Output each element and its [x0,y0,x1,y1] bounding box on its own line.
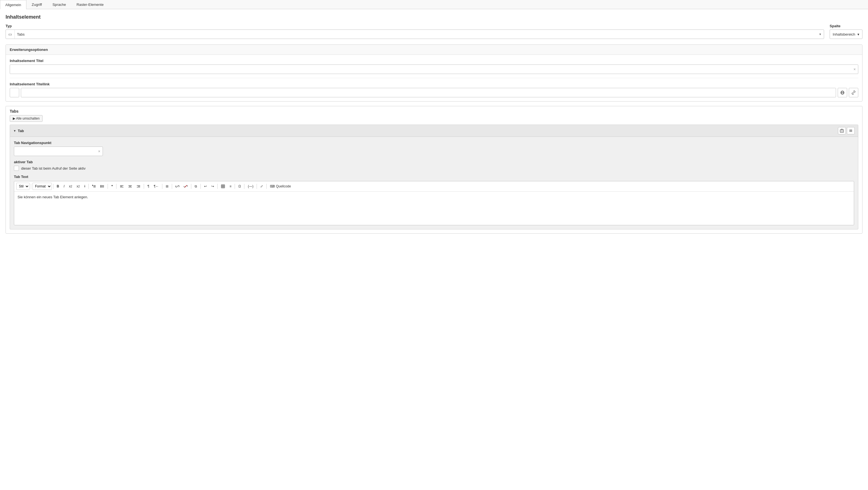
align-left-button[interactable] [118,183,126,190]
inhaltselement-titel-clear[interactable]: × [851,67,858,71]
special-chars-button[interactable]: ⊞ [164,183,170,190]
table-options-button[interactable]: ≡ [227,183,233,190]
strikethrough-button[interactable]: I [82,183,87,190]
separator-15 [266,184,267,189]
tab-text-section: Tab Text Stil Format [14,175,854,225]
titellink-globe-icon[interactable] [838,88,847,97]
italic-button[interactable]: I [62,183,66,190]
inhaltselement-titellink-label: Inhaltselement Titellink [10,82,858,86]
separator-4 [107,184,108,189]
chevron-down-icon: ▾ [816,32,824,36]
aktiver-tab-desc: dieser Tab ist beim Aufruf der Seite akt… [21,166,86,171]
align-right-button[interactable] [134,183,142,190]
inhaltselement-titel-input[interactable]: Tab Element [10,67,851,71]
erweiterungsoptionen-section: Erweiterungsoptionen Inhaltselement Tite… [6,44,862,101]
indent-button[interactable]: ¶← [152,183,161,190]
aktiver-tab-checkbox[interactable] [14,166,19,171]
separator-12 [235,184,235,189]
link-button[interactable] [174,183,181,190]
tab-sprache[interactable]: Sprache [47,0,71,9]
copy-button[interactable]: ⧉ [193,183,199,190]
omega-button[interactable]: Ω [236,183,243,190]
svg-point-19 [101,186,101,187]
erweiterungsoptionen-header: Erweiterungsoptionen [6,45,862,55]
erweiterungsoptionen-body: Inhaltselement Titel Tab Element × Inhal… [6,55,862,101]
tab-raster-elemente[interactable]: Raster-Elemente [71,0,109,9]
aktiver-tab-checkbox-row: dieser Tab ist beim Aufruf der Seite akt… [14,166,854,171]
tab-nav-input-wrapper: Tabs Anlegen × [14,147,103,156]
titellink-input[interactable] [21,88,836,97]
svg-text:1: 1 [92,185,93,186]
titellink-link-icon[interactable] [849,88,858,97]
toggle-all-button[interactable]: ▶ Alle umschalten [10,115,42,122]
ordered-list-button[interactable]: 1 [90,183,98,190]
separator-10 [200,184,201,189]
bold-button[interactable]: B [55,183,61,190]
separator-9 [191,184,191,189]
titellink-color-picker[interactable] [10,88,19,97]
inhaltselement-titel-input-wrapper: Tab Element × [10,64,858,74]
separator-13 [244,184,244,189]
tab-text-label: Tab Text [14,175,854,179]
chevron-down-icon: ▾ [858,32,859,36]
unordered-list-button[interactable] [98,183,106,190]
editor-wrapper: Stil Format B I x2 x2 I [14,181,854,225]
tabs-section-title: Tabs [6,106,862,115]
tab-item-body: Tab Navigationspunkt Tabs Anlegen × akti… [10,137,858,229]
separator-8 [172,184,172,189]
unlink-button[interactable] [182,183,190,190]
spalte-group: Spalte Inhaltsbereich ▾ [830,24,862,39]
svg-rect-31 [221,185,225,188]
source-label: Quellcode [276,184,291,188]
svg-point-20 [101,187,101,187]
align-center-button[interactable] [126,183,134,190]
separator-5 [116,184,117,189]
format-select[interactable]: Format [33,183,52,190]
superscript-button[interactable]: x2 [75,183,82,190]
separator-3 [88,184,89,189]
typ-select[interactable]: ▭ Tabs ▾ [6,29,824,39]
fullscreen-button[interactable]: ⤢ [258,183,265,190]
table-button[interactable] [219,183,227,190]
blockquote-button[interactable]: ❝ [109,183,115,190]
tab-nav-clear[interactable]: × [96,149,102,154]
tab-menu-button[interactable] [847,127,855,134]
tab-navigation: Allgemein Zugriff Sprache Raster-Element… [0,0,868,9]
tab-item: ▼ Tab [10,125,858,229]
redo-button[interactable]: ↪ [209,183,216,190]
tab-nav-label: Tab Navigationspunkt [14,141,854,145]
paragraph-button[interactable]: ¶ [146,183,151,190]
inhaltselement-titel-label: Inhaltselement Titel [10,59,858,63]
source-button[interactable]: ⌨ Quellcode [268,183,293,190]
tab-item-header: ▼ Tab [10,125,858,137]
tab-nav-input[interactable]: Tabs Anlegen [14,149,96,154]
spalte-select[interactable]: Inhaltsbereich ▾ [830,29,862,39]
separator-7 [162,184,162,189]
aktiver-tab-label: aktiver Tab [14,160,854,164]
aktiver-tab-section: aktiver Tab dieser Tab ist beim Aufruf d… [14,160,854,171]
tab-allgemein[interactable]: Allgemein [0,0,26,9]
undo-button[interactable]: ↩ [202,183,209,190]
typ-group: Typ ▭ Tabs ▾ [6,24,824,39]
source-icon: ⌨ [270,184,275,188]
typ-value: Tabs [15,32,816,36]
svg-line-30 [185,185,187,187]
em-dash-button[interactable]: (—) [246,183,255,190]
tabs-section: Tabs ▶ Alle umschalten ▼ Tab [6,106,862,234]
stil-select[interactable]: Stil [17,183,29,190]
editor-toolbar: Stil Format B I x2 x2 I [14,181,854,192]
tab-item-name: Tab [18,129,24,133]
tab-item-actions [838,127,855,134]
typ-icon: ▭ [6,30,15,39]
main-content: Inhaltselement Typ ▭ Tabs ▾ Spalte Inhal… [0,9,868,243]
spalte-value: Inhaltsbereich [833,32,855,36]
titellink-row [10,88,858,97]
subscript-button[interactable]: x2 [67,183,74,190]
top-tabs-bar: Allgemein Zugriff Sprache Raster-Element… [0,0,868,9]
separator-11 [217,184,218,189]
collapse-icon[interactable]: ▼ [13,129,16,132]
editor-content[interactable]: Sie können ein neues Tab Element anlegen… [14,192,854,225]
tab-delete-button[interactable] [838,127,846,134]
tab-zugriff[interactable]: Zugriff [26,0,47,9]
typ-spalte-row: Typ ▭ Tabs ▾ Spalte Inhaltsbereich ▾ [6,24,862,39]
